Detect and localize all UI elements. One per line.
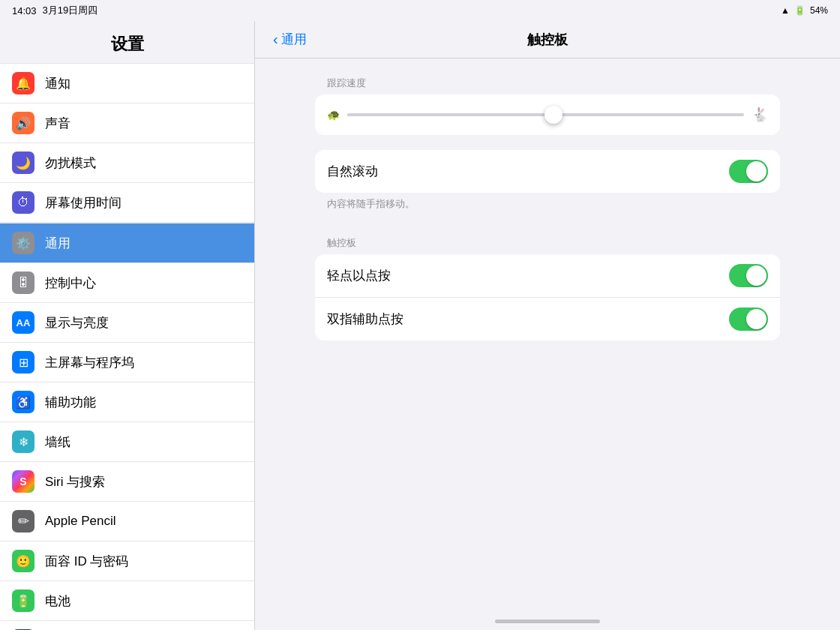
display-label: 显示与亮度: [45, 314, 109, 332]
natural-scrolling-label: 自然滚动: [327, 163, 378, 180]
two-finger-click-row: 双指辅助点按: [315, 297, 780, 340]
two-finger-click-toggle[interactable]: [729, 308, 768, 331]
natural-scrolling-desc: 内容将随手指移动。: [315, 193, 780, 217]
sounds-label: 声音: [45, 115, 70, 132]
sidebar-item-privacy[interactable]: ✋ 隐私: [0, 621, 254, 630]
sidebar-item-battery[interactable]: 🔋 电池: [0, 581, 254, 621]
sidebar-item-controlcenter[interactable]: 🎛 控制中心: [0, 263, 254, 303]
sidebar-item-homescreen[interactable]: ⊞ 主屏幕与程序坞: [0, 343, 254, 382]
trackpad-section-header: 触控板: [315, 232, 780, 254]
siri-icon: S: [12, 470, 34, 493]
faceid-icon: 🙂: [12, 550, 34, 572]
fast-speed-icon: 🐇: [752, 106, 768, 123]
content-header: ‹ 通用 触控板: [255, 21, 840, 58]
screentime-icon: ⏱: [12, 191, 34, 214]
natural-scrolling-knob: [746, 161, 766, 182]
display-icon: AA: [12, 311, 34, 334]
accessibility-icon: ♿: [12, 391, 34, 413]
tap-to-click-toggle[interactable]: [729, 264, 768, 287]
general-icon: ⚙️: [12, 232, 34, 254]
status-bar-left: 14:03 3月19日周四: [12, 4, 98, 17]
back-chevron-icon: ‹: [273, 32, 278, 46]
wallpaper-icon: ❄: [12, 430, 34, 453]
battery-level: 54%: [810, 5, 828, 16]
sidebar-item-applepencil[interactable]: ✏ Apple Pencil: [0, 502, 254, 542]
sidebar: 设置 🔔 通知 🔊 声音 🌙 勿扰模式 ⏱ 屏幕使用时间: [0, 21, 255, 630]
tracking-speed-track[interactable]: [347, 113, 744, 116]
status-date: 3月19日周四: [43, 4, 98, 17]
homescreen-icon: ⊞: [12, 351, 34, 374]
tap-to-click-label: 轻点以点按: [327, 267, 391, 284]
back-button[interactable]: ‹ 通用: [273, 31, 307, 48]
natural-scrolling-toggle[interactable]: [729, 160, 768, 183]
sidebar-item-notifications[interactable]: 🔔 通知: [0, 63, 254, 104]
sidebar-section-2: ⚙️ 通用 🎛 控制中心 AA 显示与亮度 ⊞ 主屏幕与程序坞 ♿ 辅助功能 ❄: [0, 223, 254, 630]
sidebar-title: 设置: [0, 21, 254, 63]
dnd-label: 勿扰模式: [45, 154, 96, 172]
sidebar-item-wallpaper[interactable]: ❄ 墙纸: [0, 422, 254, 462]
applepencil-label: Apple Pencil: [45, 514, 116, 529]
controlcenter-label: 控制中心: [45, 274, 96, 292]
home-indicator: [495, 620, 600, 623]
status-bar: 14:03 3月19日周四 ▲ 🔋 54%: [0, 0, 840, 21]
bottom-bar: [255, 615, 840, 630]
tracking-speed-label: 跟踪速度: [315, 76, 780, 94]
tracking-speed-slider-row: 🐢 🐇: [315, 94, 780, 135]
sidebar-item-accessibility[interactable]: ♿ 辅助功能: [0, 382, 254, 422]
siri-label: Siri 与搜索: [45, 473, 105, 490]
trackpad-group: 轻点以点按 双指辅助点按: [315, 254, 780, 340]
tap-to-click-row: 轻点以点按: [315, 254, 780, 297]
battery-icon: 🔋: [794, 5, 806, 16]
dnd-icon: 🌙: [12, 152, 34, 174]
general-label: 通用: [45, 235, 70, 252]
accessibility-label: 辅助功能: [45, 394, 96, 411]
faceid-label: 面容 ID 与密码: [45, 553, 128, 570]
main-layout: 设置 🔔 通知 🔊 声音 🌙 勿扰模式 ⏱ 屏幕使用时间: [0, 21, 840, 630]
sidebar-item-display[interactable]: AA 显示与亮度: [0, 303, 254, 343]
natural-scrolling-row: 自然滚动: [315, 150, 780, 193]
wifi-icon: ▲: [781, 5, 790, 16]
tracking-speed-section: 跟踪速度 🐢 🐇: [315, 76, 780, 135]
sidebar-item-screentime[interactable]: ⏱ 屏幕使用时间: [0, 183, 254, 223]
battery-label: 电池: [45, 592, 70, 610]
slider-fill: [347, 113, 554, 116]
two-finger-click-knob: [746, 309, 766, 329]
back-label: 通用: [281, 31, 307, 48]
screentime-label: 屏幕使用时间: [45, 194, 122, 212]
sidebar-item-dnd[interactable]: 🌙 勿扰模式: [0, 143, 254, 183]
sidebar-item-general[interactable]: ⚙️ 通用: [0, 223, 254, 263]
slow-speed-icon: 🐢: [327, 109, 340, 121]
content-body: 跟踪速度 🐢 🐇 自然滚动: [255, 58, 840, 358]
sounds-icon: 🔊: [12, 112, 34, 134]
applepencil-icon: ✏: [12, 510, 34, 532]
sidebar-item-sounds[interactable]: 🔊 声音: [0, 104, 254, 143]
homescreen-label: 主屏幕与程序坞: [45, 354, 134, 371]
status-bar-right: ▲ 🔋 54%: [781, 5, 828, 16]
sidebar-item-faceid[interactable]: 🙂 面容 ID 与密码: [0, 542, 254, 581]
tracking-speed-group: 🐢 🐇: [315, 94, 780, 135]
content-area: ‹ 通用 触控板 跟踪速度 🐢 🐇: [255, 21, 840, 630]
trackpad-section: 触控板 轻点以点按 双指辅助点按: [315, 232, 780, 340]
slider-thumb[interactable]: [544, 106, 562, 124]
notifications-label: 通知: [45, 75, 70, 92]
sidebar-section-1: 🔔 通知 🔊 声音 🌙 勿扰模式 ⏱ 屏幕使用时间: [0, 63, 254, 223]
page-title: 触控板: [527, 31, 568, 49]
sidebar-item-siri[interactable]: S Siri 与搜索: [0, 462, 254, 502]
tap-to-click-knob: [746, 266, 766, 286]
notifications-icon: 🔔: [12, 72, 34, 94]
controlcenter-icon: 🎛: [12, 272, 34, 294]
status-time: 14:03: [12, 5, 37, 16]
battery-icon-sidebar: 🔋: [12, 590, 34, 612]
wallpaper-label: 墙纸: [45, 434, 70, 451]
natural-scrolling-group: 自然滚动: [315, 150, 780, 193]
two-finger-click-label: 双指辅助点按: [327, 310, 404, 328]
natural-scrolling-section: 自然滚动 内容将随手指移动。: [315, 150, 780, 217]
